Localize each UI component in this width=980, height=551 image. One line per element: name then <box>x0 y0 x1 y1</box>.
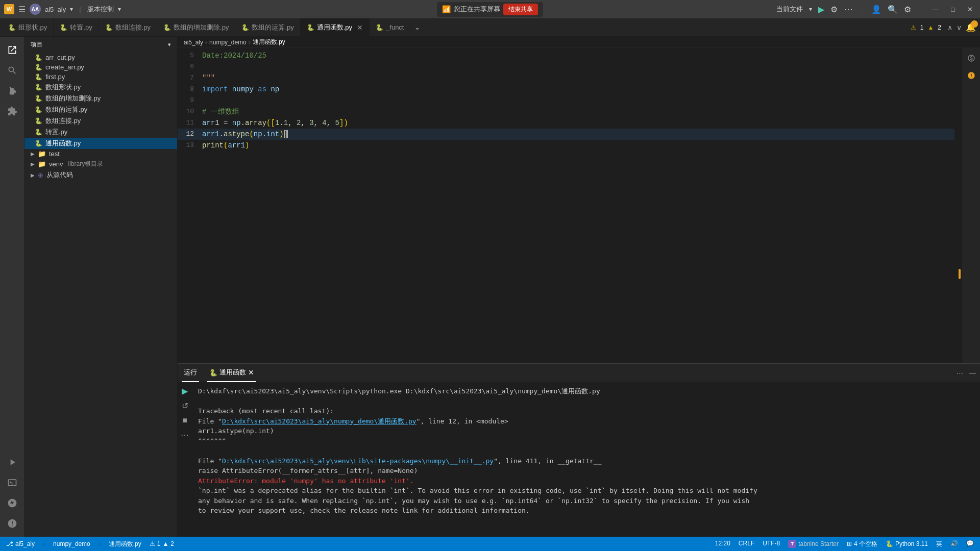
status-lang[interactable]: 英 <box>936 540 942 548</box>
code-content: arr1 = np.array([1.1, 2, 3, 4, 5]) <box>202 117 950 129</box>
status-indent[interactable]: ⊞ 4 个空格 <box>847 540 877 548</box>
explorer-button[interactable] <box>3 41 21 59</box>
file-shuzuzengjia[interactable]: 🐍 数组的增加删除.py <box>24 93 177 104</box>
notification-bell[interactable]: 🔔 <box>966 22 976 32</box>
right-panel-icon1[interactable] <box>965 52 977 66</box>
terminal-tab-close-icon[interactable]: ✕ <box>248 368 254 377</box>
tab-shuzuyunsuan[interactable]: 🐍 数组的运算.py <box>235 18 300 37</box>
python-icon: 🐍 <box>35 106 42 113</box>
end-share-button[interactable]: 结束共享 <box>503 4 538 15</box>
tab-tongyonghanshu-terminal[interactable]: 🐍 通用函数 ✕ <box>207 364 256 382</box>
status-errors[interactable]: ⚠ 1 ▲ 2 <box>150 540 174 547</box>
terminal-more-icon[interactable]: ⋯ <box>957 369 963 377</box>
run-refresh-button[interactable]: ↺ <box>181 400 189 412</box>
file-tongyonghanshu[interactable]: 🐍 通用函数.py <box>24 138 177 149</box>
feedback-button[interactable] <box>3 514 21 533</box>
folder-venv[interactable]: ▶ 📁 venv library根目录 <box>24 159 177 169</box>
code-line-12: 12 arr1.astype(np.int)| <box>178 129 954 140</box>
extensions-button[interactable] <box>3 102 21 120</box>
remote-button[interactable] <box>3 494 21 512</box>
status-branch[interactable]: ⎇ ai5_aly <box>6 540 35 547</box>
tab-close-icon[interactable]: ✕ <box>357 23 363 32</box>
output-cmd: D:\kdxf\src\ai52023\ai5_aly\venv\Scripts… <box>198 386 974 396</box>
python-version-badge[interactable]: 🐍 Python 3.11 <box>886 540 928 548</box>
breadcrumb-file[interactable]: 通用函数.py <box>253 38 285 46</box>
folder-test[interactable]: ▶ 📁 test <box>24 149 177 159</box>
status-path[interactable]: numpy_demo <box>53 540 90 547</box>
breadcrumb-sep2: › <box>249 39 251 46</box>
error-icon: ⚠ <box>911 24 916 31</box>
run-button[interactable]: ▶ <box>818 5 824 14</box>
line-number: 11 <box>178 117 202 129</box>
breadcrumb-ai5aly[interactable]: ai5_aly <box>184 39 203 46</box>
search-button[interactable] <box>3 61 21 80</box>
python-icon: 🐍 <box>35 95 42 102</box>
tab-tongyonghanshu[interactable]: 🐍 通用函数.py ✕ <box>301 18 370 37</box>
tab-shuzuzengjia[interactable]: 🐍 数组的增加删除.py <box>157 18 235 37</box>
terminal-minimize-icon[interactable]: — <box>969 369 976 377</box>
file-shuzuxingzhuang[interactable]: 🐍 数组形状.py <box>24 82 177 93</box>
run-more-icon[interactable]: ⋯ <box>180 429 190 441</box>
file2-link[interactable]: D:\kdxf\src\ai52023\ai5_aly\venv\Lib\sit… <box>222 457 494 465</box>
file-arr-cut[interactable]: 🐍 arr_cut.py <box>24 53 177 62</box>
more-options-icon[interactable]: ⋯ <box>844 4 853 15</box>
terminal-button[interactable] <box>3 473 21 492</box>
tabnine-badge[interactable]: T tabnine Starter <box>788 540 839 548</box>
terminal-header: 运行 🐍 通用函数 ✕ ⋯ — <box>178 364 980 382</box>
code-line-10: 10 # 一维数组 <box>178 106 954 117</box>
scrollbar-track[interactable] <box>954 48 962 363</box>
python-file-icon: 🐍 <box>163 24 171 31</box>
tab-zhuanzhi[interactable]: 🐍 转置.py <box>54 18 99 37</box>
chevron-up-icon[interactable]: ∧ <box>947 23 952 32</box>
code-content: print(arr1) <box>202 140 950 151</box>
settings-icon[interactable]: ⚙ <box>830 5 838 14</box>
source-control-button[interactable] <box>3 82 21 100</box>
current-file-label[interactable]: 当前文件 <box>776 5 803 14</box>
right-icon-panel <box>962 48 980 363</box>
chevron-down-icon[interactable]: ∨ <box>957 23 962 32</box>
file-create-arr[interactable]: 🐍 create_arr.py <box>24 62 177 72</box>
status-encoding[interactable]: UTF-8 <box>763 540 780 548</box>
code-content <box>202 95 950 106</box>
account-icon[interactable]: 👤 <box>871 5 881 14</box>
hamburger-menu[interactable]: ☰ <box>18 5 26 14</box>
run-debug-button[interactable] <box>3 453 21 471</box>
minimize-button[interactable]: — <box>929 6 942 13</box>
line-number: 10 <box>178 106 202 117</box>
branch-icon: ⎇ <box>6 540 13 547</box>
file-shuzulianque[interactable]: 🐍 数组连接.py <box>24 115 177 127</box>
maximize-button[interactable]: □ <box>948 6 958 13</box>
tab-run[interactable]: 运行 <box>182 364 199 382</box>
breadcrumb-numpydemo[interactable]: numpy_demo <box>209 39 247 46</box>
tab-zuzhixing[interactable]: 🐍 组形状.py <box>2 18 54 37</box>
code-editor[interactable]: 5 Date:2024/10/25 6 7 """ 8 <box>178 48 954 363</box>
warning-icon: ▲ <box>927 24 934 31</box>
tabnine-icon: T <box>788 540 796 548</box>
tab-shuzulianque[interactable]: 🐍 数组连接.py <box>99 18 157 37</box>
gear-icon[interactable]: ⚙ <box>904 5 911 14</box>
global-search-icon[interactable]: 🔍 <box>888 5 898 14</box>
status-crlf[interactable]: CRLF <box>739 540 754 548</box>
status-file[interactable]: 通用函数.py <box>109 540 141 548</box>
python-file-icon: 🐍 <box>60 24 67 31</box>
tab-overflow-icon[interactable]: ⌄ <box>410 23 424 31</box>
top-bar: W ☰ AA ai5_aly ▾ | 版本控制 ▾ 📶 您正在共享屏幕 结束共享… <box>0 0 980 18</box>
tab-funct[interactable]: 🐍 _funct <box>370 18 410 37</box>
file-shuzuyunsuan[interactable]: 🐍 数组的运算.py <box>24 104 177 115</box>
folder-source[interactable]: ▶ ⊕ 从源代码 <box>24 169 177 181</box>
status-line-col[interactable]: 12:20 <box>715 540 730 548</box>
version-control-label[interactable]: 版本控制 <box>87 5 114 14</box>
file-first[interactable]: 🐍 first.py <box>24 72 177 82</box>
status-chat-icon[interactable]: 💬 <box>966 540 974 548</box>
right-panel-icon2[interactable] <box>965 69 977 84</box>
file1-link[interactable]: D:\kdxf\src\ai52023\ai5_aly\numpy_demo\通… <box>222 417 416 425</box>
run-stop-button[interactable]: ■ <box>181 415 188 426</box>
folder-label: library根目录 <box>68 160 103 168</box>
sidebar-chevron-icon[interactable]: ▾ <box>168 42 171 47</box>
file-zhuanzhi[interactable]: 🐍 转置.py <box>24 127 177 138</box>
run-play-button[interactable]: ▶ <box>181 385 189 397</box>
user-name: ai5_aly <box>45 6 66 13</box>
line-number: 7 <box>178 72 202 84</box>
close-button[interactable]: ✕ <box>964 6 976 13</box>
share-indicator: 📶 您正在共享屏幕 结束共享 <box>437 2 543 17</box>
